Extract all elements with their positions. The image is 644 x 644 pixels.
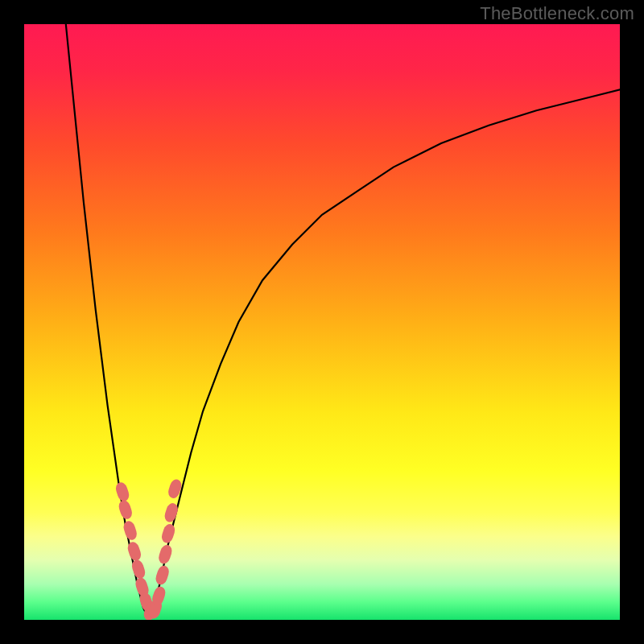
curve-left-branch — [66, 24, 150, 620]
data-point-marker — [160, 522, 177, 544]
marker-cluster — [114, 478, 184, 620]
data-point-marker — [157, 543, 174, 565]
watermark-text: TheBottleneck.com — [480, 3, 634, 24]
outer-frame: TheBottleneck.com — [0, 0, 644, 644]
plot-area — [24, 24, 620, 620]
curves-layer — [24, 24, 620, 620]
curve-right-branch — [149, 89, 620, 620]
data-point-marker — [114, 481, 131, 502]
data-point-marker — [154, 564, 171, 586]
data-point-marker — [117, 499, 134, 521]
